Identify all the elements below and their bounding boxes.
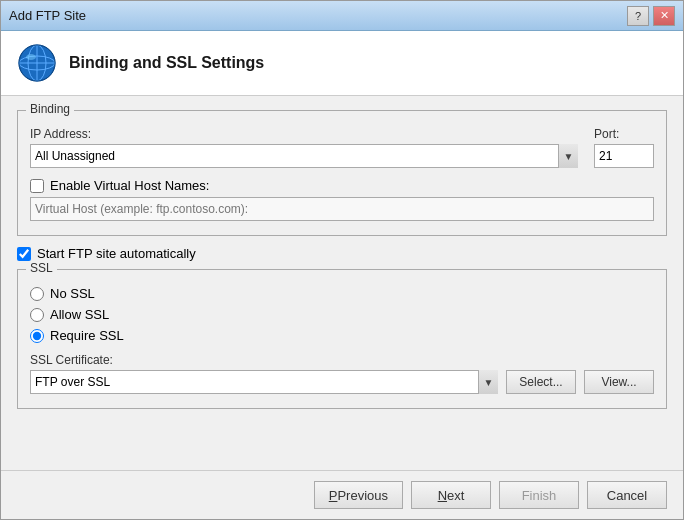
ssl-cert-field: SSL Certificate: FTP over SSL ▼ [30, 353, 498, 394]
binding-group: Binding IP Address: All Unassigned ▼ Por… [17, 110, 667, 236]
ip-address-field: IP Address: All Unassigned ▼ [30, 127, 578, 168]
select-cert-button[interactable]: Select... [506, 370, 576, 394]
require-ssl-label: Require SSL [50, 328, 124, 343]
previous-button[interactable]: PPrevious [314, 481, 403, 509]
close-button[interactable]: ✕ [653, 6, 675, 26]
next-underline: Next [438, 488, 465, 503]
no-ssl-row: No SSL [30, 286, 654, 301]
port-label: Port: [594, 127, 654, 141]
content-area: Binding IP Address: All Unassigned ▼ Por… [1, 96, 683, 470]
binding-fields: IP Address: All Unassigned ▼ Port: [30, 127, 654, 168]
ssl-cert-label: SSL Certificate: [30, 353, 498, 367]
header: Binding and SSL Settings [1, 31, 683, 96]
start-ftp-row: Start FTP site automatically [17, 246, 667, 261]
header-title: Binding and SSL Settings [69, 54, 264, 72]
globe-icon [17, 43, 57, 83]
help-button[interactable]: ? [627, 6, 649, 26]
virtual-host-checkbox-row: Enable Virtual Host Names: [30, 178, 654, 193]
start-ftp-checkbox[interactable] [17, 247, 31, 261]
virtual-host-input[interactable] [30, 197, 654, 221]
ssl-cert-select[interactable]: FTP over SSL [30, 370, 498, 394]
no-ssl-label: No SSL [50, 286, 95, 301]
footer: PPrevious Next Finish Cancel [1, 470, 683, 519]
ip-address-select[interactable]: All Unassigned [30, 144, 578, 168]
ssl-cert-select-wrapper: FTP over SSL ▼ [30, 370, 498, 394]
ssl-group-label: SSL [26, 261, 57, 275]
previous-underline: PPrevious [329, 488, 388, 503]
binding-group-label: Binding [26, 102, 74, 116]
ssl-cert-row: SSL Certificate: FTP over SSL ▼ Select..… [30, 353, 654, 394]
next-button[interactable]: Next [411, 481, 491, 509]
port-field: Port: [594, 127, 654, 168]
ssl-group: SSL No SSL Allow SSL Require SSL SSL Cer… [17, 269, 667, 409]
allow-ssl-radio[interactable] [30, 308, 44, 322]
cancel-button[interactable]: Cancel [587, 481, 667, 509]
window: Add FTP Site ? ✕ Binding and SSL Setting… [0, 0, 684, 520]
allow-ssl-row: Allow SSL [30, 307, 654, 322]
window-title: Add FTP Site [9, 8, 86, 23]
no-ssl-radio[interactable] [30, 287, 44, 301]
title-bar: Add FTP Site ? ✕ [1, 1, 683, 31]
port-input[interactable] [594, 144, 654, 168]
svg-point-6 [26, 54, 36, 60]
virtual-host-label: Enable Virtual Host Names: [50, 178, 209, 193]
start-ftp-label: Start FTP site automatically [37, 246, 196, 261]
view-cert-button[interactable]: View... [584, 370, 654, 394]
virtual-host-checkbox[interactable] [30, 179, 44, 193]
require-ssl-radio[interactable] [30, 329, 44, 343]
ip-address-label: IP Address: [30, 127, 578, 141]
title-bar-buttons: ? ✕ [627, 6, 675, 26]
require-ssl-row: Require SSL [30, 328, 654, 343]
allow-ssl-label: Allow SSL [50, 307, 109, 322]
ip-select-wrapper: All Unassigned ▼ [30, 144, 578, 168]
finish-button[interactable]: Finish [499, 481, 579, 509]
